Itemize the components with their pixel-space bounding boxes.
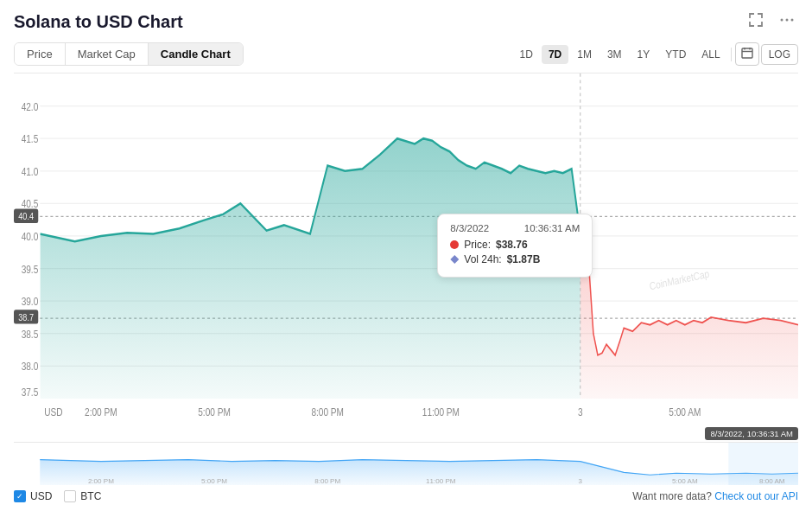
tooltip-vol-label: Vol 24h: bbox=[464, 253, 501, 265]
svg-text:5:00 AM: 5:00 AM bbox=[669, 406, 701, 418]
svg-text:3: 3 bbox=[579, 477, 583, 485]
tab-market-cap[interactable]: Market Cap bbox=[66, 43, 149, 65]
tooltip-time: 10:36:31 AM bbox=[524, 223, 580, 233]
tooltip-date: 8/3/2022 bbox=[450, 223, 489, 233]
tooltip-price-value: $38.76 bbox=[496, 239, 528, 251]
svg-text:37.5: 37.5 bbox=[22, 386, 39, 398]
chart-tabs: Price Market Cap Candle Chart bbox=[14, 42, 244, 66]
time-btn-7d[interactable]: 7D bbox=[542, 45, 568, 64]
legend-btc[interactable]: BTC bbox=[64, 490, 101, 502]
expand-button[interactable] bbox=[745, 10, 767, 34]
usd-checkbox[interactable]: ✓ bbox=[14, 490, 26, 502]
btc-label: BTC bbox=[80, 490, 101, 502]
svg-rect-3 bbox=[742, 48, 752, 58]
more-options-button[interactable] bbox=[776, 10, 798, 34]
btc-checkbox[interactable] bbox=[64, 490, 76, 502]
svg-text:2:00 PM: 2:00 PM bbox=[85, 406, 117, 418]
tooltip-vol-icon bbox=[450, 255, 459, 264]
time-controls: 1D 7D 1M 3M 1Y YTD ALL LOG bbox=[513, 42, 798, 66]
tooltip-vol-value: $1.87B bbox=[507, 253, 541, 265]
api-link[interactable]: Check out our API bbox=[714, 490, 798, 502]
svg-text:5:00 PM: 5:00 PM bbox=[201, 477, 227, 485]
footer: ✓ USD BTC Want more data? Check out our … bbox=[14, 485, 798, 504]
mini-chart-svg: 2:00 PM 5:00 PM 8:00 PM 11:00 PM 3 5:00 … bbox=[14, 443, 798, 485]
main-chart-area: 42.0 41.5 41.0 40.5 40.0 39.5 39.0 38.5 … bbox=[14, 73, 798, 442]
svg-text:2:00 PM: 2:00 PM bbox=[88, 477, 114, 485]
mini-chart-area[interactable]: 2:00 PM 5:00 PM 8:00 PM 11:00 PM 3 5:00 … bbox=[14, 442, 798, 485]
svg-text:42.0: 42.0 bbox=[22, 101, 39, 112]
time-btn-3m[interactable]: 3M bbox=[600, 45, 629, 64]
usd-label: USD bbox=[30, 490, 52, 502]
legend: ✓ USD BTC bbox=[14, 490, 101, 502]
svg-text:CoinMarketCap: CoinMarketCap bbox=[649, 268, 710, 292]
svg-text:8:00 PM: 8:00 PM bbox=[314, 477, 340, 485]
svg-text:5:00 AM: 5:00 AM bbox=[672, 477, 698, 485]
svg-text:38.7: 38.7 bbox=[18, 312, 34, 323]
svg-point-0 bbox=[781, 19, 783, 22]
svg-text:40.0: 40.0 bbox=[22, 231, 39, 242]
time-btn-1y[interactable]: 1Y bbox=[631, 45, 657, 64]
svg-text:3: 3 bbox=[578, 406, 583, 418]
svg-text:11:00 PM: 11:00 PM bbox=[426, 477, 455, 485]
svg-point-2 bbox=[791, 19, 794, 22]
more-data-text: Want more data? bbox=[632, 490, 712, 502]
svg-marker-34 bbox=[580, 233, 798, 398]
svg-text:USD: USD bbox=[44, 406, 62, 418]
tab-candle-chart[interactable]: Candle Chart bbox=[149, 43, 243, 65]
svg-text:38.5: 38.5 bbox=[22, 329, 39, 340]
svg-text:40.5: 40.5 bbox=[22, 198, 39, 209]
svg-text:8:00 PM: 8:00 PM bbox=[311, 406, 344, 418]
tab-price[interactable]: Price bbox=[15, 43, 66, 65]
svg-text:8:00 AM: 8:00 AM bbox=[759, 477, 785, 485]
svg-text:41.0: 41.0 bbox=[22, 166, 39, 177]
time-btn-all[interactable]: ALL bbox=[695, 45, 726, 64]
time-btn-1m[interactable]: 1M bbox=[570, 45, 599, 64]
time-btn-1d[interactable]: 1D bbox=[513, 45, 540, 64]
timestamp-badge: 8/3/2022, 10:36:31 AM bbox=[705, 427, 798, 440]
svg-point-1 bbox=[786, 19, 789, 22]
log-button[interactable]: LOG bbox=[761, 44, 798, 65]
svg-text:11:00 PM: 11:00 PM bbox=[422, 406, 460, 418]
tooltip-price-dot bbox=[450, 240, 459, 249]
tooltip-price-label: Price: bbox=[464, 239, 491, 251]
price-chart-svg: 42.0 41.5 41.0 40.5 40.0 39.5 39.0 38.5 … bbox=[14, 73, 798, 442]
svg-text:41.5: 41.5 bbox=[22, 133, 39, 144]
calendar-button[interactable] bbox=[735, 42, 759, 66]
time-btn-ytd[interactable]: YTD bbox=[658, 45, 693, 64]
svg-text:5:00 PM: 5:00 PM bbox=[198, 406, 231, 418]
svg-text:39.5: 39.5 bbox=[22, 264, 39, 275]
svg-text:38.0: 38.0 bbox=[22, 361, 39, 372]
svg-text:40.4: 40.4 bbox=[18, 211, 34, 221]
price-tooltip: 8/3/2022 10:36:31 AM Price: $38.76 Vol 2… bbox=[437, 214, 593, 278]
page-title: Solana to USD Chart bbox=[14, 12, 183, 32]
svg-text:39.0: 39.0 bbox=[22, 296, 39, 307]
more-data-section: Want more data? Check out our API bbox=[632, 490, 798, 502]
legend-usd[interactable]: ✓ USD bbox=[14, 490, 52, 502]
